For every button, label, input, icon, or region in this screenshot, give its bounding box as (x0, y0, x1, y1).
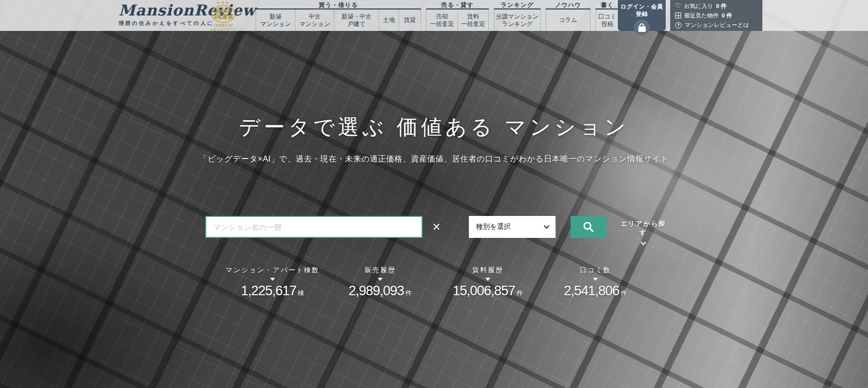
nav-group-sell-lease: 売る・貸す 売却 一括査定 賃料 一括査定 (426, 0, 489, 31)
stat-label: 口コミ数 (546, 266, 645, 275)
chevron-down-icon (544, 223, 549, 228)
clear-search-button[interactable]: × (428, 218, 445, 236)
stat-unit: 件 (621, 289, 627, 297)
stat-label: 販売履歴 (330, 266, 430, 275)
header-utilities: ♡ お気に入り 0 件 最近見た物件 0 件 ? マンションレビューとは (670, 0, 762, 31)
nav-item-new-mansion[interactable]: 新築 マンション (256, 9, 295, 31)
area-link-label: エリアから探す (620, 220, 666, 236)
stat-unit: 棟 (298, 289, 304, 297)
nav-items: 口コミ 投稿 (595, 9, 619, 31)
stats-row: マンション・アパート棟数 1,225,617棟 販売履歴 2,989,093件 … (120, 266, 748, 299)
caret-down-icon (378, 278, 383, 281)
nav-group-label: ランキング (494, 0, 541, 9)
nav-items: 新築 マンション 中古 マンション 新築・中古 戸建て 土地 (256, 9, 421, 31)
nav-group-buy-rent: 買う・借りる 新築 マンション 中古 マンション 新築・中古 戸建て (256, 0, 421, 31)
recently-viewed-count: 0 件 (722, 12, 732, 19)
stat-line: 1,225,617棟 (223, 283, 322, 299)
nav-item-rental[interactable]: 賃貸 (399, 9, 421, 31)
nav-items: 分譲マンション ランキング (494, 9, 541, 31)
stat-value: 2,989,093 (348, 283, 404, 298)
nav-item-mansion-ranking[interactable]: 分譲マンション ランキング (494, 9, 540, 31)
about-link[interactable]: ? マンションレビューとは (675, 21, 757, 28)
caret-down-icon (485, 278, 490, 281)
favorites-label: お気に入り (684, 2, 713, 9)
about-label: マンションレビューとは (685, 21, 749, 28)
stat-value: 15,006,857 (452, 283, 515, 298)
search-bar: × 種別を選択 エリアから探す (120, 216, 748, 241)
caret-down-icon (270, 278, 275, 281)
mansion-review-homepage: MansionReview 理想の住みかえをすべての人に ★★★ 顧客満足 3冠… (0, 0, 868, 388)
award-line3: (実査委託先) (207, 23, 239, 27)
nav-items: 売却 一括査定 賃料 一括査定 (426, 9, 489, 31)
close-icon: × (433, 219, 440, 234)
nav-group-label: 売る・貸す (426, 0, 489, 9)
property-type-select[interactable]: 種別を選択 (469, 216, 556, 238)
nav-group-label: ノウハウ (546, 0, 590, 9)
nav-item-land[interactable]: 土地 (379, 9, 399, 31)
main-nav: 買う・借りる 新築 マンション 中古 マンション 新築・中古 戸建て (256, 0, 619, 31)
nav-item-post-review[interactable]: 口コミ 投稿 (596, 9, 619, 31)
login-label: ログイン・会員登録 (618, 3, 666, 18)
hero-subtitle: 「ビッグデータ×AI」で、過去・現在・未来の適正価格、資産価値、居住者の口コミが… (0, 154, 868, 165)
question-icon: ? (675, 22, 682, 28)
lock-body (638, 26, 646, 32)
nav-group-label: 買う・借りる (256, 0, 421, 9)
stat-label: 賃料履歴 (438, 266, 538, 275)
stat-value: 2,541,806 (564, 283, 619, 298)
hero-title: データで選ぶ 価値ある マンション (0, 113, 868, 141)
nav-group-label: 書く (595, 0, 619, 9)
history-grid-icon (675, 12, 681, 18)
stat-sales-history: 販売履歴 2,989,093件 (330, 266, 430, 299)
laurel-circle: 顧客満足 3冠達成 (211, 5, 235, 23)
stat-unit: 件 (406, 289, 412, 297)
recently-viewed-label: 最近見た物件 (684, 12, 719, 19)
stat-unit: 件 (517, 289, 523, 297)
search-input[interactable] (205, 216, 423, 238)
login-button[interactable]: ログイン・会員登録 (618, 0, 666, 31)
stat-line: 2,541,806件 (546, 283, 645, 299)
nav-item-column[interactable]: コラム (546, 9, 590, 31)
stat-label: マンション・アパート棟数 (223, 266, 322, 275)
award-badge: ★★★ 顧客満足 3冠達成 (実査委託先) ゼネラルリサーチ (207, 0, 239, 31)
lock-icon (634, 19, 650, 35)
award-line4: ゼネラルリサーチ (207, 27, 239, 31)
search-icon (582, 220, 595, 233)
site-header: MansionReview 理想の住みかえをすべての人に ★★★ 顧客満足 3冠… (0, 0, 868, 31)
star-icons: ★★★ (207, 0, 239, 5)
stat-line: 2,989,093件 (330, 283, 430, 299)
caret-down-icon (593, 278, 598, 281)
heart-icon: ♡ (675, 3, 681, 9)
nav-group-knowhow: ノウハウ コラム (546, 0, 590, 31)
nav-item-rent-assessment[interactable]: 賃料 一括査定 (457, 9, 488, 31)
chevron-down-icon (640, 239, 646, 245)
nav-item-detached-house[interactable]: 新築・中古 戸建て (334, 9, 379, 31)
nav-item-used-mansion[interactable]: 中古 マンション (295, 9, 334, 31)
favorites-count: 0 件 (716, 2, 726, 9)
stat-line: 15,006,857件 (438, 283, 538, 299)
area-search-link[interactable]: エリアから探す (618, 219, 668, 244)
stat-building-count: マンション・アパート棟数 1,225,617棟 (223, 266, 322, 299)
nav-group-write: 書く 口コミ 投稿 (595, 0, 619, 31)
favorites-link[interactable]: ♡ お気に入り 0 件 (675, 2, 757, 9)
stat-rent-history: 賃料履歴 15,006,857件 (438, 266, 538, 299)
recently-viewed-link[interactable]: 最近見た物件 0 件 (675, 12, 757, 19)
award-line1: 顧客満足 (215, 9, 231, 13)
type-select-value: 種別を選択 (476, 222, 511, 231)
nav-items: コラム (546, 9, 590, 31)
search-button[interactable] (571, 216, 606, 238)
nav-item-sale-assessment[interactable]: 売却 一括査定 (427, 9, 457, 31)
stat-review-count: 口コミ数 2,541,806件 (546, 266, 645, 299)
stat-value: 1,225,617 (241, 283, 296, 298)
award-line2: 3冠達成 (213, 13, 233, 19)
nav-group-ranking: ランキング 分譲マンション ランキング (494, 0, 541, 31)
